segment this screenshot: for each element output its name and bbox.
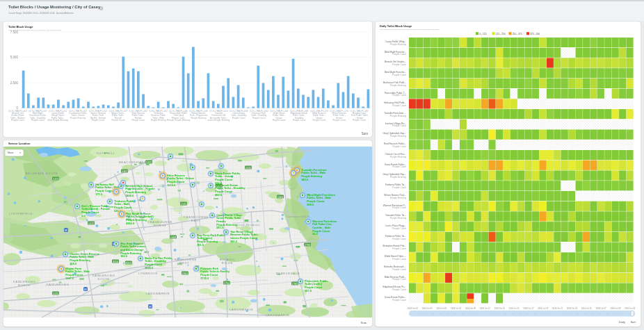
svg-text:People Count: People Count xyxy=(332,119,346,122)
svg-text:PEARCEDALE: PEARCEDALE xyxy=(276,272,300,275)
svg-text:People Count: People Count xyxy=(392,94,406,97)
svg-text:People Count: People Count xyxy=(392,268,406,271)
svg-text:0 - 125: 0 - 125 xyxy=(479,33,486,35)
svg-text:Devon Meadows: Devon Meadows xyxy=(235,224,260,226)
svg-text:People Count: People Count xyxy=(293,119,306,122)
svg-text:2024 Oct 29: 2024 Oct 29 xyxy=(610,307,620,310)
svg-text:People Count: People Count xyxy=(392,63,406,66)
svg-text:2024 Oct 17: 2024 Oct 17 xyxy=(523,307,533,310)
svg-text:2024 Oct 23: 2024 Oct 23 xyxy=(567,307,577,310)
svg-text:People Count: People Count xyxy=(392,74,406,76)
svg-text:C407: C407 xyxy=(122,170,128,173)
svg-text:1019.0: 1019.0 xyxy=(167,183,175,187)
svg-text:2024 Oct 09: 2024 Oct 09 xyxy=(465,307,476,310)
svg-text:391.0: 391.0 xyxy=(197,243,204,247)
svg-text:LANGWARRIN: LANGWARRIN xyxy=(230,308,253,311)
svg-text:People Count: People Count xyxy=(392,247,406,250)
svg-text:2,500: 2,500 xyxy=(10,81,19,85)
svg-text:People Count: People Count xyxy=(131,119,145,122)
svg-text:NORTH: NORTH xyxy=(154,224,166,227)
svg-text:LANGWARRIN: LANGWARRIN xyxy=(146,292,170,295)
svg-text:People Entering: People Entering xyxy=(191,117,206,119)
svg-text:Cannons Creek: Cannons Creek xyxy=(287,215,310,218)
svg-text:2024 Oct 31: 2024 Oct 31 xyxy=(625,307,635,310)
svg-text:People Count: People Count xyxy=(392,104,406,107)
svg-text:2735.0: 2735.0 xyxy=(200,277,209,280)
svg-text:People Count: People Count xyxy=(392,53,406,56)
svg-text:957.0: 957.0 xyxy=(305,289,312,292)
svg-text:People Entering: People Entering xyxy=(390,115,406,117)
svg-text:People Entering: People Entering xyxy=(70,117,86,119)
svg-text:4362.0: 4362.0 xyxy=(126,222,134,225)
svg-text:171.0: 171.0 xyxy=(95,192,102,196)
svg-text:1526.0: 1526.0 xyxy=(145,266,153,270)
svg-text:Daily: Daily xyxy=(619,320,625,324)
svg-text:375 - 500: 375 - 500 xyxy=(530,33,540,35)
svg-text:People Count: People Count xyxy=(392,145,406,148)
svg-text:2024 Oct 01: 2024 Oct 01 xyxy=(408,307,418,310)
svg-text:2024 Oct 19: 2024 Oct 19 xyxy=(538,307,548,310)
svg-text:Daily Toilet Block Usage: Daily Toilet Block Usage xyxy=(380,24,412,28)
svg-text:2024 Oct 21: 2024 Oct 21 xyxy=(552,307,563,310)
svg-text:C412: C412 xyxy=(88,222,95,225)
svg-text:People Count: People Count xyxy=(392,299,406,302)
svg-text:People Entering: People Entering xyxy=(390,197,406,199)
svg-text:7,500: 7,500 xyxy=(10,31,19,34)
svg-text:This widget displays the daily: This widget displays the daily total usa… xyxy=(380,28,440,31)
svg-text:2024 Oct 05: 2024 Oct 05 xyxy=(436,307,446,310)
svg-text:C782: C782 xyxy=(292,283,298,286)
svg-text:RIDGE: RIDGE xyxy=(222,261,233,265)
svg-text:People Count: People Count xyxy=(392,238,406,240)
svg-text:GUYS HILL: GUYS HILL xyxy=(96,151,115,155)
svg-text:2024 Oct 13: 2024 Oct 13 xyxy=(494,307,505,310)
svg-text:People Entering: People Entering xyxy=(390,135,406,138)
svg-text:581.0: 581.0 xyxy=(230,240,237,243)
svg-text:462.0: 462.0 xyxy=(215,193,222,197)
svg-text:250 - 375: 250 - 375 xyxy=(513,33,522,35)
svg-text:508.0: 508.0 xyxy=(307,203,314,206)
svg-text:People Count: People Count xyxy=(353,119,366,122)
svg-text:NORTH: NORTH xyxy=(18,283,31,287)
svg-text:People Count: People Count xyxy=(31,119,45,122)
svg-text:2024 Oct 25: 2024 Oct 25 xyxy=(581,307,592,310)
svg-text:DANDENONG: DANDENONG xyxy=(47,283,70,286)
svg-text:People Count: People Count xyxy=(392,165,406,168)
svg-text:SOUTH: SOUTH xyxy=(97,277,110,281)
svg-text:125 - 250: 125 - 250 xyxy=(496,33,506,35)
svg-text:Sum: Sum xyxy=(362,132,369,135)
svg-text:2024 Oct 07: 2024 Oct 07 xyxy=(451,307,461,310)
svg-text:People Entering: People Entering xyxy=(390,43,406,46)
svg-text:People Entering: People Entering xyxy=(390,84,406,87)
svg-text:People Entering: People Entering xyxy=(390,156,406,158)
svg-text:M420: M420 xyxy=(126,262,132,265)
svg-text:LYNBROOK: LYNBROOK xyxy=(138,272,158,275)
svg-text:LYSTERFIELD: LYSTERFIELD xyxy=(9,212,33,215)
svg-text:EAST: EAST xyxy=(191,219,200,222)
svg-text:392.0: 392.0 xyxy=(120,254,127,258)
svg-text:People Count: People Count xyxy=(392,288,406,291)
svg-text:People Count: People Count xyxy=(392,258,406,261)
svg-text:People Count: People Count xyxy=(232,117,245,119)
svg-text:Sort: Sort xyxy=(631,320,636,324)
svg-text:591.0: 591.0 xyxy=(216,226,223,229)
svg-text:S110: S110 xyxy=(113,261,118,263)
svg-text:C422: C422 xyxy=(146,161,152,164)
svg-text:unisex People Entering: unisex People Entering xyxy=(207,119,230,122)
svg-text:M: M xyxy=(65,229,67,232)
svg-text:2024 Oct 27: 2024 Oct 27 xyxy=(596,307,606,310)
svg-text:BEACONSFIELD: BEACONSFIELD xyxy=(119,160,147,164)
svg-text:People Entering: People Entering xyxy=(390,217,406,220)
svg-text:C411: C411 xyxy=(245,167,251,170)
svg-text:People Entering: People Entering xyxy=(390,176,406,179)
svg-text:1047.0: 1047.0 xyxy=(65,277,74,280)
svg-text:People Count: People Count xyxy=(392,186,406,189)
svg-text:People Count: People Count xyxy=(392,227,406,230)
svg-text:People Count: People Count xyxy=(392,124,406,127)
svg-text:C125: C125 xyxy=(181,203,187,206)
svg-text:LANGWARRIN: LANGWARRIN xyxy=(266,313,289,317)
svg-text:C754: C754 xyxy=(224,282,230,285)
svg-text:2024 Oct 03: 2024 Oct 03 xyxy=(422,307,433,310)
svg-text:People Count: People Count xyxy=(11,119,24,122)
svg-text:5,000: 5,000 xyxy=(10,56,19,59)
svg-text:53.0: 53.0 xyxy=(312,232,318,236)
